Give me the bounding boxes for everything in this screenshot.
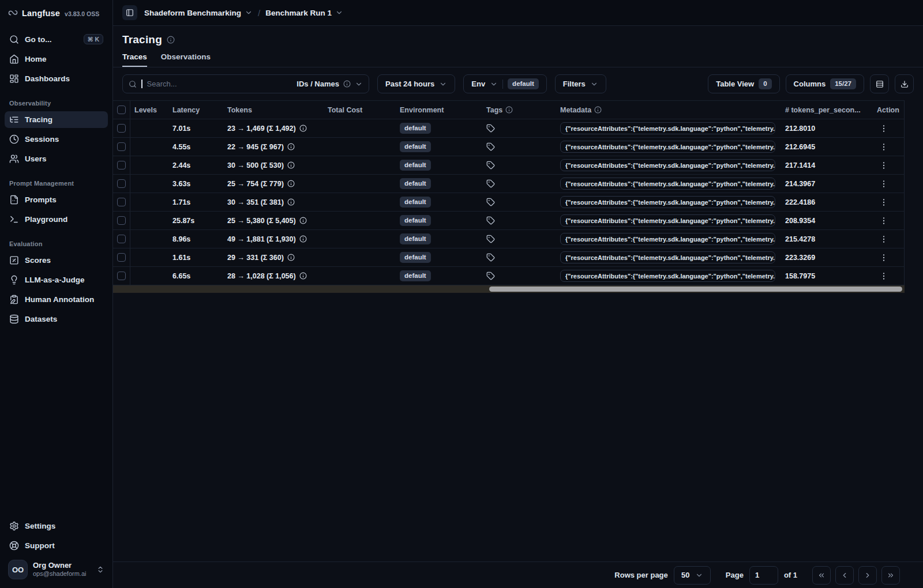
filters-button[interactable]: Filters <box>555 74 606 93</box>
cell-metadata[interactable]: {"resourceAttributes":{"telemetry.sdk.la… <box>560 138 782 156</box>
sidebar-item-sessions[interactable]: Sessions <box>5 131 108 148</box>
cell-metadata[interactable]: {"resourceAttributes":{"telemetry.sdk.la… <box>560 230 782 248</box>
row-checkbox[interactable] <box>117 235 126 243</box>
tab-observations[interactable]: Observations <box>161 52 211 67</box>
kebab-menu-icon[interactable] <box>879 253 888 262</box>
cell-tags[interactable] <box>482 119 560 137</box>
sidebar-item-dashboards[interactable]: Dashboards <box>5 70 108 87</box>
breadcrumb-org[interactable]: Shadeform Benchmarking <box>144 9 241 17</box>
kebab-menu-icon[interactable] <box>879 198 888 207</box>
sidebar-item-scores[interactable]: Scores <box>5 252 108 269</box>
next-page-button[interactable] <box>858 566 877 585</box>
chevron-down-icon <box>245 9 253 17</box>
sidebar-item-users[interactable]: Users <box>5 150 108 167</box>
kebab-menu-icon[interactable] <box>879 216 888 225</box>
sidebar-item-home[interactable]: Home <box>5 51 108 67</box>
row-checkbox[interactable] <box>117 216 126 225</box>
kebab-menu-icon[interactable] <box>879 179 888 189</box>
kebab-menu-icon[interactable] <box>879 142 888 152</box>
column-header-metadata[interactable]: Metadata <box>560 101 782 119</box>
environment-badge: default <box>400 270 431 281</box>
column-header-environment[interactable]: Environment <box>396 101 482 119</box>
tag-icon <box>486 124 495 133</box>
row-checkbox[interactable] <box>117 198 126 206</box>
info-icon <box>299 217 307 224</box>
horizontal-scrollbar[interactable] <box>113 285 905 293</box>
table-row[interactable]: 1.61s 29 → 331 (Σ 360) default {"resourc… <box>113 248 904 267</box>
row-checkbox[interactable] <box>117 253 126 262</box>
column-header-total-cost[interactable]: Total Cost <box>324 101 396 119</box>
tab-traces[interactable]: Traces <box>122 52 147 67</box>
row-checkbox[interactable] <box>117 161 126 169</box>
sidebar-item-datasets[interactable]: Datasets <box>5 311 108 327</box>
goto-search[interactable]: Go to... ⌘ K <box>5 31 108 48</box>
sidebar-item-tracing[interactable]: Tracing <box>5 111 108 128</box>
cell-metadata[interactable]: {"resourceAttributes":{"telemetry.sdk.la… <box>560 119 782 137</box>
row-checkbox[interactable] <box>117 179 126 188</box>
cell-metadata[interactable]: {"resourceAttributes":{"telemetry.sdk.la… <box>560 267 782 285</box>
column-header-tokens[interactable]: Tokens <box>223 101 324 119</box>
column-header-levels[interactable]: Levels <box>130 101 168 119</box>
last-page-button[interactable] <box>881 566 900 585</box>
cell-tags[interactable] <box>482 267 560 285</box>
row-checkbox[interactable] <box>117 124 126 133</box>
cell-metadata[interactable]: {"resourceAttributes":{"telemetry.sdk.la… <box>560 248 782 266</box>
metadata-preview: {"resourceAttributes":{"telemetry.sdk.la… <box>560 196 775 208</box>
sidebar-item-prompts[interactable]: Prompts <box>5 191 108 208</box>
table-row[interactable]: 6.65s 28 → 1,028 (Σ 1,056) default {"res… <box>113 267 904 285</box>
sidebar-item-human-annotation[interactable]: Human Annotation <box>5 291 108 308</box>
cell-tags[interactable] <box>482 230 560 248</box>
rows-per-page-select[interactable]: 50 <box>674 566 711 585</box>
previous-page-button[interactable] <box>835 566 854 585</box>
account-menu[interactable]: OO Org Owner ops@shadeform.ai <box>5 557 108 582</box>
kebab-menu-icon[interactable] <box>879 161 888 170</box>
cell-metadata[interactable]: {"resourceAttributes":{"telemetry.sdk.la… <box>560 175 782 193</box>
select-all-checkbox[interactable] <box>117 105 126 114</box>
cell-metadata[interactable]: {"resourceAttributes":{"telemetry.sdk.la… <box>560 193 782 211</box>
sidebar-item-settings[interactable]: Settings <box>5 518 108 534</box>
env-filter-button[interactable]: Env default <box>463 74 547 93</box>
column-header-latency[interactable]: Latency <box>168 101 223 119</box>
cell-tags[interactable] <box>482 138 560 156</box>
kebab-menu-icon[interactable] <box>879 124 888 133</box>
sidebar-item-support[interactable]: Support <box>5 537 108 554</box>
tag-icon <box>486 179 495 188</box>
column-header-tokens-per-second[interactable]: # tokens_per_secon... <box>782 101 872 119</box>
search-input[interactable]: Search... IDs / Names <box>122 74 369 93</box>
page-input[interactable] <box>749 566 778 585</box>
row-checkbox[interactable] <box>117 272 126 280</box>
horizontal-scrollbar-thumb[interactable] <box>489 287 902 292</box>
sidebar-item-llm-as-a-judge[interactable]: LLM-as-a-Judge <box>5 272 108 288</box>
cell-tags[interactable] <box>482 156 560 174</box>
sidebar-item-playground[interactable]: Playground <box>5 211 108 228</box>
cell-tags[interactable] <box>482 175 560 193</box>
kebab-menu-icon[interactable] <box>879 272 888 281</box>
breadcrumb-project[interactable]: Benchmark Run 1 <box>265 9 332 17</box>
table-row[interactable]: 25.87s 25 → 5,380 (Σ 5,405) default {"re… <box>113 212 904 230</box>
row-height-button[interactable] <box>870 74 889 93</box>
cell-tokens-per-second: 158.7975 <box>782 267 872 285</box>
table-view-button[interactable]: Table View 0 <box>708 74 779 93</box>
cell-tags[interactable] <box>482 212 560 229</box>
columns-button[interactable]: Columns 15/27 <box>786 74 864 93</box>
column-header-tags[interactable]: Tags <box>482 101 560 119</box>
chevrons-left-icon <box>817 571 826 579</box>
table-row[interactable]: 1.71s 30 → 351 (Σ 381) default {"resourc… <box>113 193 904 212</box>
chevron-down-icon <box>355 80 363 88</box>
cell-metadata[interactable]: {"resourceAttributes":{"telemetry.sdk.la… <box>560 156 782 174</box>
table-row[interactable]: 3.63s 25 → 754 (Σ 779) default {"resourc… <box>113 175 904 193</box>
table-row[interactable]: 7.01s 23 → 1,469 (Σ 1,492) default {"res… <box>113 119 904 138</box>
table-row[interactable]: 4.55s 22 → 945 (Σ 967) default {"resourc… <box>113 138 904 156</box>
table-row[interactable]: 8.96s 49 → 1,881 (Σ 1,930) default {"res… <box>113 230 904 248</box>
row-checkbox[interactable] <box>117 142 126 151</box>
cell-tags[interactable] <box>482 193 560 211</box>
kebab-menu-icon[interactable] <box>879 235 888 244</box>
sidebar-toggle-button[interactable] <box>122 5 137 20</box>
cell-metadata[interactable]: {"resourceAttributes":{"telemetry.sdk.la… <box>560 212 782 229</box>
first-page-button[interactable] <box>812 566 831 585</box>
tokens-value: 25 → 5,380 (Σ 5,405) <box>227 217 296 225</box>
time-range-button[interactable]: Past 24 hours <box>377 74 455 93</box>
table-row[interactable]: 2.44s 30 → 500 (Σ 530) default {"resourc… <box>113 156 904 175</box>
cell-tags[interactable] <box>482 248 560 266</box>
export-button[interactable] <box>895 74 914 93</box>
